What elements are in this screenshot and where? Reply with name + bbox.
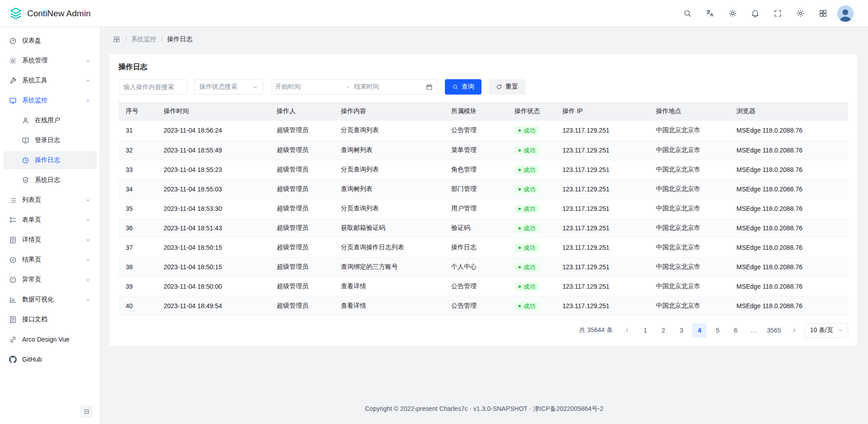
cell-content: 分页查询列表: [334, 121, 444, 140]
cell-location: 中国北京北京市: [649, 160, 729, 179]
cell-status: 成功: [507, 296, 555, 315]
pagination-page-6[interactable]: 6: [728, 323, 743, 338]
sidebar-item-label: 仪表盘: [22, 37, 91, 45]
notification-icon[interactable]: [747, 5, 763, 22]
pagination-next-button[interactable]: [787, 323, 802, 338]
sidebar-item-detail-page[interactable]: 详情页: [4, 231, 96, 249]
online-user-icon: [22, 117, 29, 124]
search-icon[interactable]: [679, 5, 695, 22]
table-row: 402023-11-04 18:49:54超级管理员查看详情公告管理成功123.…: [118, 296, 848, 315]
sidebar-item-form-page[interactable]: 表单页: [4, 211, 96, 229]
cell-ip: 123.117.129.251: [555, 199, 649, 218]
reset-button[interactable]: 重置: [489, 79, 525, 95]
status-dot-icon: [519, 266, 521, 268]
sidebar-item-dashboard[interactable]: 仪表盘: [4, 32, 96, 50]
status-select[interactable]: 操作状态搜索: [194, 79, 263, 95]
cell-module: 部门管理: [444, 179, 507, 199]
sidebar-item-login-log[interactable]: 登录日志: [4, 131, 96, 149]
pagination-page-3565[interactable]: 3565: [764, 323, 783, 338]
sidebar-item-data-visualization[interactable]: 数据可视化: [4, 291, 96, 309]
pagination-page-5[interactable]: 5: [710, 323, 725, 338]
cell-status: 成功: [507, 160, 555, 179]
apps-icon[interactable]: [113, 36, 120, 43]
date-range-picker[interactable]: 开始时间 - 结束时间: [270, 79, 438, 95]
pagination-page-2[interactable]: 2: [656, 323, 670, 338]
cell-time: 2023-11-04 18:56:24: [156, 121, 269, 140]
status-dot-icon: [519, 247, 521, 249]
sidebar-item-system-log[interactable]: 系统日志: [4, 171, 96, 189]
search-button[interactable]: 查询: [445, 79, 481, 95]
header-icons: [679, 5, 831, 22]
pagination-prev-button[interactable]: [620, 323, 634, 338]
sidebar-item-label: 数据可视化: [22, 295, 80, 304]
breadcrumb-separator: /: [161, 36, 163, 43]
cell-browser: MSEdge 118.0.2088.76: [729, 276, 848, 296]
cell-time: 2023-11-04 18:55:03: [156, 179, 269, 199]
status-text: 成功: [524, 128, 535, 133]
pagination-page-3[interactable]: 3: [674, 323, 689, 338]
sidebar-item-link[interactable]: Arco Design Vue: [4, 330, 96, 348]
content-search-input[interactable]: [123, 83, 182, 91]
cell-location: 中国北京北京市: [649, 257, 729, 276]
pagination-more[interactable]: ...: [746, 323, 761, 338]
sidebar-item-github[interactable]: GitHub: [4, 350, 96, 368]
cell-operator: 超级管理员: [269, 257, 334, 276]
cell-id: 37: [118, 238, 156, 257]
cell-id: 35: [118, 199, 156, 218]
status-text: 成功: [524, 264, 535, 270]
status-text: 成功: [524, 303, 535, 309]
sidebar-collapse-button[interactable]: [80, 405, 93, 418]
status-dot-icon: [519, 286, 521, 288]
page-size-select[interactable]: 10 条/页: [805, 323, 848, 338]
translate-icon[interactable]: [702, 5, 718, 22]
chevron-up-icon: [85, 98, 91, 104]
pagination-page-4[interactable]: 4: [692, 323, 707, 338]
status-badge: 成功: [514, 224, 539, 233]
cell-browser: MSEdge 118.0.2088.76: [729, 121, 848, 140]
cell-browser: MSEdge 118.0.2088.76: [729, 160, 848, 179]
status-text: 成功: [524, 245, 535, 251]
theme-icon[interactable]: [724, 5, 741, 22]
cell-status: 成功: [507, 121, 555, 140]
layout-icon[interactable]: [815, 5, 831, 22]
status-dot-icon: [519, 169, 521, 171]
sidebar-item-list-page[interactable]: 列表页: [4, 191, 96, 209]
cell-module: 个人中心: [444, 257, 507, 276]
cell-ip: 123.117.129.251: [555, 179, 649, 199]
operation-log-card: 操作日志 操作状态搜索 开始时间 - 结束时间 查询: [109, 54, 857, 346]
cell-time: 2023-11-04 18:53:30: [156, 199, 269, 218]
cell-id: 31: [118, 121, 156, 140]
breadcrumb-item-system-monitor[interactable]: 系统监控: [131, 35, 156, 43]
column-header: 操作状态: [507, 102, 555, 121]
sidebar-item-online-user[interactable]: 在线用户: [4, 111, 96, 129]
settings-icon[interactable]: [792, 5, 808, 22]
sidebar-item-result-page[interactable]: 结果页: [4, 251, 96, 269]
sidebar-item-system-monitor[interactable]: 系统监控: [4, 91, 96, 110]
cell-id: 36: [118, 218, 156, 238]
pagination-pages: 123456...3565: [638, 323, 783, 338]
sidebar-item-label: 结果页: [22, 256, 80, 264]
fullscreen-icon[interactable]: [769, 5, 786, 22]
sidebar-item-system-tools[interactable]: 系统工具: [4, 71, 96, 90]
end-date-placeholder: 结束时间: [354, 83, 421, 91]
table-row: 342023-11-04 18:55:03超级管理员查询树列表部门管理成功123…: [118, 179, 848, 199]
cell-module: 菜单管理: [444, 140, 507, 160]
sidebar-item-operation-log[interactable]: 操作日志: [4, 151, 96, 169]
app-logo[interactable]: ContiNew Admin: [9, 7, 90, 20]
avatar[interactable]: [837, 5, 854, 22]
pagination-page-1[interactable]: 1: [638, 323, 652, 338]
chevron-down-icon: [85, 277, 91, 283]
cell-location: 中国北京北京市: [649, 238, 729, 257]
column-header: 操作时间: [156, 102, 269, 121]
cell-time: 2023-11-04 18:50:15: [156, 238, 269, 257]
cell-time: 2023-11-04 18:55:23: [156, 160, 269, 179]
status-dot-icon: [519, 149, 521, 152]
sidebar-item-exception-page[interactable]: 异常页: [4, 271, 96, 289]
sidebar-item-system-management[interactable]: 系统管理: [4, 52, 96, 70]
sidebar-item-api-doc[interactable]: 接口文档: [4, 310, 96, 329]
cell-browser: MSEdge 118.0.2088.76: [729, 218, 848, 238]
cell-ip: 123.117.129.251: [555, 218, 649, 238]
operation-log-icon: [22, 157, 29, 164]
app-title: ContiNew Admin: [27, 9, 90, 19]
chevron-down-icon: [85, 78, 91, 84]
